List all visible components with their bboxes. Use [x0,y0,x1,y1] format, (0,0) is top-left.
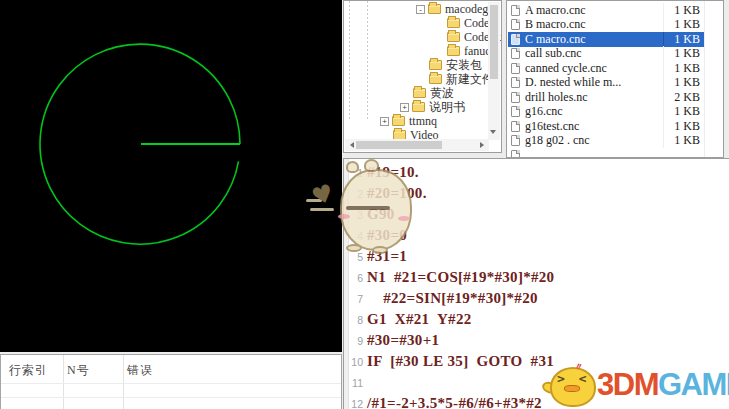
error-col-divider [63,355,64,409]
tree-item-macodegi[interactable]: - macodegi [344,2,487,16]
tree-item-new-folder[interactable]: 新建文件 [344,72,487,86]
error-list-panel: 行索引 N号 错误 [0,354,342,409]
line-number: 6 [350,272,367,284]
code-line: 3G90 [350,204,729,225]
file-icon [511,63,520,74]
code-line: 10IF [#30 LE 35] GOTO #31 [350,351,729,372]
code-text: G1 X#21 Y#22 [367,311,471,328]
app-window: 行索引 N号 错误 - macodegi Code CodeRu fanuc 安… [0,0,729,409]
file-row-drill-holes[interactable]: drill holes.nc 2 KB [508,90,704,105]
line-number: 8 [350,314,367,326]
line-number: 5 [350,251,367,263]
tree-horizontal-scrollbar[interactable] [345,139,489,151]
code-text: #31=1 [367,248,407,265]
file-list-column-edge [704,1,705,157]
tree-vertical-scrollbar[interactable] [488,2,500,140]
file-row-g16[interactable]: g16.cnc 1 KB [508,105,704,120]
folder-icon [447,18,460,28]
collapse-icon[interactable]: - [416,5,425,14]
scroll-right-icon[interactable] [480,142,487,148]
code-text: /#1=-2+3.5*5-#6/#6+#3*#2 [367,395,542,409]
code-line: 4#30=0 [350,225,729,246]
scroll-left-icon[interactable] [347,142,354,148]
code-line: 5#31=1 [350,246,729,267]
file-row-partial[interactable] [508,148,704,158]
toolpath-canvas[interactable] [0,0,342,352]
tree-item-label: Code [464,16,489,31]
file-size: 1 KB [663,17,704,32]
code-line: 12/#1=-2+3.5*5-#6/#6+#3*#2 [350,393,729,409]
code-text: G90 [367,206,395,223]
tree-item-readme[interactable]: + 说明书 [344,100,487,114]
error-col-header-error[interactable]: 错误 [127,362,153,379]
folder-icon [447,46,460,56]
file-row-call-sub[interactable]: call sub.cnc 1 KB [508,47,704,62]
tree-item-huangbo[interactable]: 黄波 [344,86,487,100]
code-text: IF [#30 LE 35] GOTO #31 [367,353,554,370]
file-icon [511,34,520,45]
file-icon [511,5,520,16]
file-size: 1 KB [663,32,704,47]
file-size: 1 KB [663,46,704,61]
file-name: B macro.cnc [525,17,663,32]
folder-icon [429,74,442,84]
code-text: #22=SIN[#19*#30]*#20 [367,290,538,307]
file-row-g16test[interactable]: g16test.cnc 1 KB [508,119,704,134]
file-row-a-macro[interactable]: A macro.cnc 1 KB [508,3,704,18]
scroll-down-icon[interactable] [490,130,496,137]
file-row-b-macro[interactable]: B macro.cnc 1 KB [508,18,704,33]
file-size: 1 KB [663,61,704,76]
code-line: 1#19=10. [350,162,729,183]
file-row-canned-cycle[interactable]: canned cycle.cnc 1 KB [508,61,704,76]
error-col-header-n-number[interactable]: N号 [67,362,90,379]
error-row-divider [1,397,341,398]
file-name: canned cycle.cnc [525,61,663,76]
code-text: #19=10. [367,164,419,181]
error-col-divider [123,355,124,409]
tree-item-coderu[interactable]: CodeRu [344,30,487,44]
error-col-header-line-index[interactable]: 行索引 [9,362,48,379]
file-size: 1 KB [663,3,704,18]
code-line: 6N1 #21=COS[#19*#30]*#20 [350,267,729,288]
toolpath-drawing [0,0,342,352]
code-text: #30=0 [367,227,407,244]
file-icon [511,106,520,117]
gcode-editor[interactable]: 1#19=10. 2#20=100. 3G90 4#30=0 5#31=1 6N… [343,158,729,409]
line-number: 3 [350,209,367,221]
file-name: D. nested while m... [525,75,663,90]
file-name: g18 g02 . cnc [525,133,663,148]
folder-icon [428,4,441,14]
file-row-d-nested-while[interactable]: D. nested while m... 1 KB [508,76,704,91]
file-name: call sub.cnc [525,46,663,61]
file-icon [511,19,520,30]
line-number: 12 [350,398,367,409]
folder-icon [392,116,405,126]
tree-vscroll-thumb[interactable] [490,5,498,79]
error-row-divider [1,383,341,384]
editor-gutter [344,159,349,409]
file-icon [511,121,520,132]
file-name: drill holes.nc [525,90,663,105]
folder-icon [413,88,426,98]
expand-icon[interactable]: + [400,103,409,112]
file-icon [511,150,520,158]
expand-icon[interactable]: + [380,117,389,126]
code-line: 7 #22=SIN[#19*#30]*#20 [350,288,729,309]
file-list-panel: A macro.cnc 1 KB B macro.cnc 1 KB C macr… [506,0,724,158]
file-row-g18-g02[interactable]: g18 g02 . cnc 1 KB [508,134,704,149]
tree-item-label: ttmnq [409,114,437,129]
tree-item-code[interactable]: Code [344,16,487,30]
file-name: g16test.cnc [525,119,663,134]
code-line: 11 [350,372,729,393]
code-line: 9#30=#30+1 [350,330,729,351]
file-size: 1 KB [663,75,704,90]
folder-icon [447,32,460,42]
code-line: 2#20=100. [350,183,729,204]
tree-item-ttmnq[interactable]: + ttmnq [344,114,487,128]
line-number: 7 [350,293,367,305]
file-row-c-macro-selected[interactable]: C macro.cnc 1 KB [508,32,704,47]
file-icon [511,92,520,103]
line-number: 9 [350,335,367,347]
line-number: 4 [350,230,367,242]
tree-hscroll-thumb[interactable] [356,141,442,149]
